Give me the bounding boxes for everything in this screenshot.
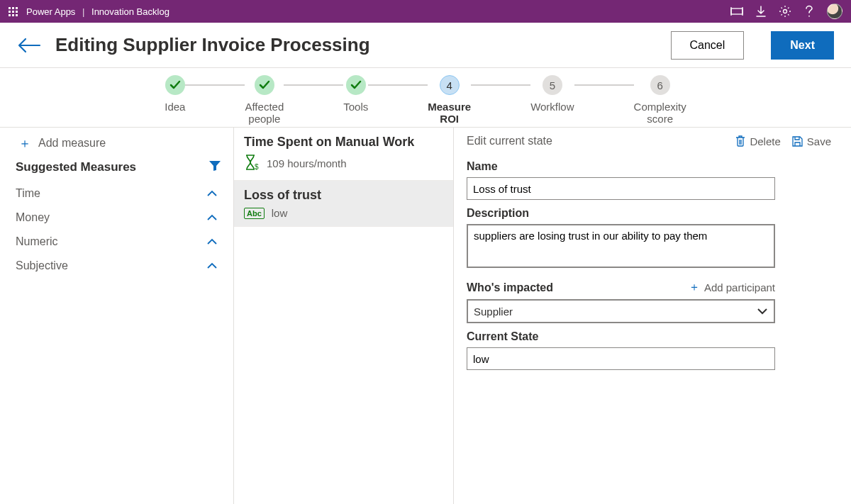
delete-label: Delete — [750, 135, 780, 147]
svg-rect-0 — [731, 9, 742, 14]
step-circle: 5 — [543, 75, 562, 95]
step-connector — [368, 84, 428, 86]
detail-header: Edit current state Delete Save — [467, 128, 834, 153]
save-label: Save — [807, 135, 831, 147]
suggested-measures-header: Suggested Measures — [0, 156, 233, 181]
step-6[interactable]: 6Complexityscore — [634, 75, 686, 125]
step-label: Idea — [165, 101, 185, 113]
step-label: Affectedpeople — [245, 101, 284, 125]
impacted-select[interactable]: Supplier — [467, 299, 775, 323]
app-page: Innovation Backlog — [91, 6, 169, 17]
step-circle — [165, 75, 185, 95]
svg-point-1 — [784, 10, 787, 13]
user-avatar[interactable] — [827, 4, 842, 19]
plus-icon: ＋ — [689, 280, 700, 295]
category-label: Numeric — [16, 235, 58, 248]
measure-subtitle: Abclow — [244, 207, 443, 219]
step-5[interactable]: 5Workflow — [530, 75, 574, 113]
save-button[interactable]: Save — [792, 135, 831, 147]
title-separator: | — [82, 6, 84, 17]
measure-card[interactable]: Loss of trustAbclow — [234, 181, 453, 227]
page-header: Editing Supplier Invoice Processing Canc… — [0, 23, 851, 68]
app-title: Power Apps | Innovation Backlog — [26, 6, 169, 17]
chevron-up-icon — [206, 235, 218, 248]
measure-card[interactable]: Time Spent on Manual Work$109 hours/mont… — [234, 128, 453, 181]
measure-subtitle: $109 hours/month — [244, 154, 443, 173]
measure-title: Loss of trust — [244, 188, 443, 207]
app-name: Power Apps — [26, 6, 75, 17]
svg-text:$: $ — [255, 163, 259, 171]
plus-icon: ＋ — [18, 135, 31, 152]
step-circle: 6 — [650, 75, 670, 95]
next-button[interactable]: Next — [771, 31, 834, 60]
step-circle — [346, 75, 366, 95]
step-4[interactable]: 4MeasureROI — [428, 75, 471, 125]
page-title: Editing Supplier Invoice Processing — [55, 34, 657, 56]
description-label: Description — [467, 207, 834, 220]
category-label: Subjective — [16, 259, 68, 272]
app-top-bar: Power Apps | Innovation Backlog — [0, 0, 851, 23]
step-label: Workflow — [530, 101, 574, 113]
step-1[interactable]: Idea — [165, 75, 185, 113]
app-launcher-icon[interactable] — [9, 7, 18, 16]
hourglass-icon: $ — [244, 154, 260, 173]
add-measure-button[interactable]: ＋ Add measure — [0, 128, 233, 156]
step-circle — [255, 75, 274, 95]
measures-sidebar: ＋ Add measure Suggested Measures TimeMon… — [0, 128, 234, 504]
step-connector — [574, 84, 634, 86]
filter-icon[interactable] — [209, 160, 221, 174]
step-label: Complexityscore — [634, 101, 686, 125]
current-state-input[interactable] — [467, 347, 775, 370]
detail-heading: Edit current state — [467, 135, 724, 147]
category-money[interactable]: Money — [0, 206, 233, 230]
measure-title: Time Spent on Manual Work — [244, 135, 443, 154]
chevron-up-icon — [206, 211, 218, 224]
name-label: Name — [467, 160, 834, 173]
name-input[interactable] — [467, 177, 775, 200]
add-participant-label: Add participant — [704, 281, 775, 293]
step-3[interactable]: Tools — [343, 75, 368, 113]
step-connector — [284, 84, 343, 86]
category-subjective[interactable]: Subjective — [0, 254, 233, 278]
step-connector — [185, 84, 245, 86]
chevron-down-icon — [757, 308, 768, 315]
add-measure-label: Add measure — [38, 137, 106, 150]
back-arrow-icon[interactable] — [17, 38, 41, 53]
measure-value: low — [272, 207, 288, 219]
fit-icon[interactable] — [730, 5, 743, 18]
download-icon[interactable] — [755, 5, 767, 18]
suggested-measures-label: Suggested Measures — [16, 160, 136, 174]
main-content: ＋ Add measure Suggested Measures TimeMon… — [0, 128, 851, 504]
impacted-row: Who's impacted ＋ Add participant — [467, 280, 775, 295]
settings-gear-icon[interactable] — [779, 5, 791, 18]
step-circle: 4 — [440, 75, 460, 95]
cancel-button[interactable]: Cancel — [671, 31, 745, 60]
help-icon[interactable] — [803, 5, 816, 18]
chevron-up-icon — [206, 259, 218, 272]
category-numeric[interactable]: Numeric — [0, 230, 233, 254]
measure-value: 109 hours/month — [267, 157, 347, 169]
topbar-left: Power Apps | Innovation Backlog — [9, 6, 169, 17]
measures-list: Time Spent on Manual Work$109 hours/mont… — [234, 128, 454, 504]
impacted-label: Who's impacted — [467, 281, 553, 294]
step-label: MeasureROI — [428, 101, 471, 125]
wizard-stepper: IdeaAffectedpeopleTools4MeasureROI5Workf… — [0, 68, 851, 128]
delete-button[interactable]: Delete — [735, 135, 780, 147]
chevron-up-icon — [206, 187, 218, 200]
current-state-label: Current State — [467, 330, 834, 343]
abc-icon: Abc — [244, 208, 265, 219]
category-label: Money — [16, 211, 50, 224]
topbar-right — [730, 4, 842, 19]
category-label: Time — [16, 187, 40, 200]
description-textarea[interactable] — [467, 224, 775, 268]
step-2[interactable]: Affectedpeople — [245, 75, 284, 125]
measure-detail-panel: Edit current state Delete Save Name Desc… — [454, 128, 851, 504]
category-time[interactable]: Time — [0, 181, 233, 206]
add-participant-button[interactable]: ＋ Add participant — [689, 280, 775, 295]
step-connector — [471, 84, 530, 86]
step-label: Tools — [343, 101, 368, 113]
impacted-value: Supplier — [474, 306, 513, 318]
